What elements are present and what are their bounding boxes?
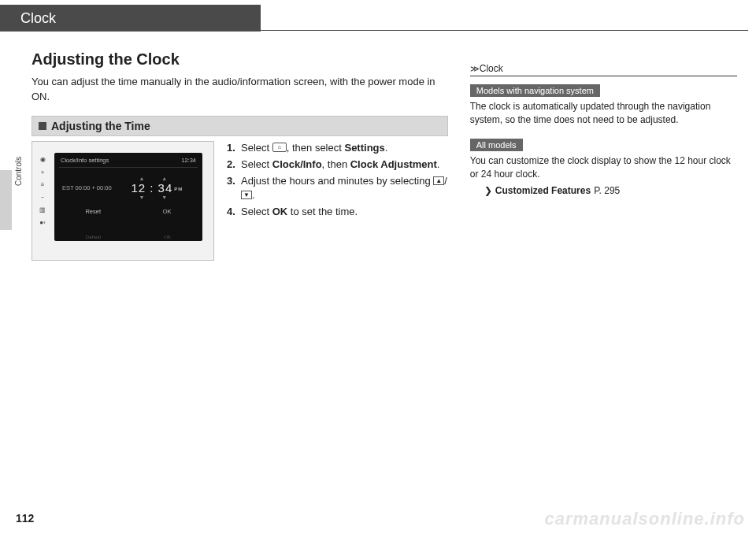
down-arrow-icon: ▼: [241, 191, 252, 199]
cross-ref-label: Customized Features: [495, 185, 591, 196]
t-bold: Clock/Info: [272, 158, 322, 170]
step-text: Adjust the hours and minutes by selectin…: [241, 174, 448, 202]
square-bullet-icon: [39, 122, 46, 130]
cross-ref-page: P. 295: [594, 185, 620, 196]
screen-footer: Default OK: [54, 235, 202, 239]
step-3: 3. Adjust the hours and minutes by selec…: [227, 174, 448, 202]
chevron-icon: ≫: [470, 64, 477, 74]
t-bold: OK: [272, 206, 288, 217]
header-title: Clock: [0, 5, 261, 32]
screen-inner: Clock/Info settings 12:34 EST 00:00 + 00…: [54, 153, 202, 241]
step-text: Select ⌂, then select Settings.: [241, 141, 387, 155]
t: , then select: [287, 142, 345, 154]
side-icon: ▥: [39, 206, 46, 214]
step-text: Select OK to set the time.: [241, 205, 358, 219]
subheader-bar: Adjusting the Time: [32, 116, 448, 136]
t: to set the time.: [287, 206, 358, 217]
footer-default: Default: [86, 235, 101, 239]
side-text-2: You can customize the clock display to s…: [470, 154, 737, 182]
home-icon: ⌂: [272, 143, 287, 152]
step-number: 3.: [227, 174, 238, 202]
t: .: [437, 158, 440, 170]
step-text: Select Clock/Info, then Clock Adjustment…: [241, 158, 439, 172]
side-icon: ●›: [39, 219, 46, 227]
btn-ok: OK: [163, 208, 172, 215]
steps-list: 1. Select ⌂, then select Settings. 2. Se…: [227, 141, 448, 261]
side-icon: －: [39, 194, 46, 202]
badge-all-models: All models: [470, 139, 523, 151]
screen-time-picker: ▲ ▲ 12 : 34PM ▼ ▼: [120, 176, 195, 200]
screen-bottom-buttons: Reset OK: [54, 200, 202, 215]
side-icon: ＋: [39, 169, 46, 176]
up-arrow-icon: ▲: [433, 176, 444, 185]
side-tab: [0, 170, 12, 230]
btn-reset: Reset: [85, 208, 101, 215]
screen-topbar: Clock/Info settings 12:34: [54, 153, 202, 165]
step-2: 2. Select Clock/Info, then Clock Adjustm…: [227, 158, 448, 172]
side-icon: ≡: [41, 181, 45, 189]
arrows-down: ▼ ▼: [120, 195, 195, 200]
t: Select: [241, 158, 272, 170]
t: , then: [322, 158, 350, 170]
t: Select: [241, 206, 272, 217]
step-number: 4.: [227, 205, 238, 219]
chevron-icon: ❯: [484, 185, 492, 196]
screen-title: Clock/Info settings: [61, 157, 109, 164]
page-header: Clock: [0, 5, 748, 32]
time-pm: PM: [174, 187, 183, 191]
t: /: [444, 175, 447, 187]
screenshot-side-icons: ◉ ＋ ≡ － ▥ ●›: [37, 156, 48, 227]
step-4: 4. Select OK to set the time.: [227, 205, 448, 219]
side-icon: ◉: [40, 156, 46, 164]
t: .: [385, 142, 388, 154]
step-1: 1. Select ⌂, then select Settings.: [227, 141, 448, 155]
t: Select: [241, 142, 272, 154]
intro-text: You can adjust the time manually in the …: [32, 75, 448, 105]
side-header: ≫ Clock: [470, 63, 737, 76]
screen-bigtime: 12 : 34PM: [120, 181, 195, 195]
t-bold: Settings: [344, 142, 384, 154]
t-bold: Clock Adjustment: [350, 158, 437, 170]
watermark: carmanualsonline.info: [545, 509, 746, 529]
main-column: Adjusting the Clock You can adjust the t…: [32, 41, 448, 261]
t: Adjust the hours and minutes by selectin…: [241, 175, 433, 187]
step-number: 1.: [227, 141, 238, 155]
arrows-up: ▲ ▲: [120, 176, 195, 181]
screen-divider: [59, 167, 198, 168]
side-header-text: Clock: [480, 63, 503, 74]
screen-mid: EST 00:00 + 00:00 ▲ ▲ 12 : 34PM ▼ ▼: [54, 176, 202, 200]
page-body: Adjusting the Clock You can adjust the t…: [0, 32, 756, 261]
page-number: 112: [16, 512, 34, 525]
time-value: 12 : 34: [131, 181, 172, 195]
content-row: ◉ ＋ ≡ － ▥ ●› Clock/Info settings 12:34 E…: [32, 141, 448, 261]
t: .: [252, 189, 255, 201]
section-title: Adjusting the Clock: [32, 50, 448, 69]
header-rule: [261, 5, 748, 31]
side-tab-label: Controls: [14, 139, 23, 186]
side-column: ≫ Clock Models with navigation system Th…: [470, 41, 737, 261]
screen-clock: 12:34: [181, 157, 196, 164]
side-text-1: The clock is automatically updated throu…: [470, 100, 737, 128]
screen-est: EST 00:00 + 00:00: [62, 184, 112, 191]
badge-nav-models: Models with navigation system: [470, 84, 600, 97]
step-number: 2.: [227, 158, 238, 172]
cross-ref: ❯ Customized Features P. 295: [484, 185, 737, 196]
subheader-text: Adjusting the Time: [51, 120, 150, 132]
device-screenshot: ◉ ＋ ≡ － ▥ ●› Clock/Info settings 12:34 E…: [32, 141, 214, 261]
footer-ok: OK: [164, 235, 171, 239]
